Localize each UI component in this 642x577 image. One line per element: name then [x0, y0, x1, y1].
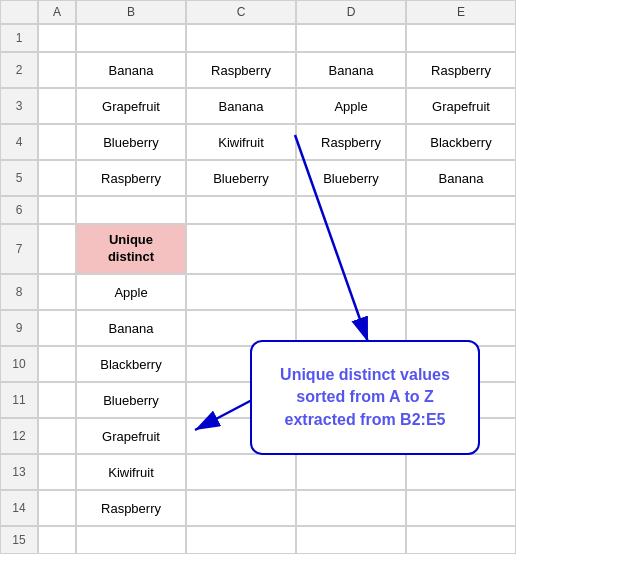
row-3: 3 Grapefruit Banana Apple Grapefruit: [0, 88, 642, 124]
cell-d11[interactable]: [296, 382, 406, 418]
cell-b7[interactable]: Uniquedistinct: [76, 224, 186, 274]
cell-a1[interactable]: [38, 24, 76, 52]
cell-b14[interactable]: Raspberry: [76, 490, 186, 526]
cell-d9[interactable]: [296, 310, 406, 346]
cell-a10[interactable]: [38, 346, 76, 382]
cell-c11[interactable]: [186, 382, 296, 418]
col-header-e: E: [406, 0, 516, 24]
cell-e11[interactable]: [406, 382, 516, 418]
spreadsheet: A B C D E 1 2 Banana Raspberry Banana Ra…: [0, 0, 642, 577]
cell-d3[interactable]: Apple: [296, 88, 406, 124]
cell-b8[interactable]: Apple: [76, 274, 186, 310]
col-header-row: A B C D E: [0, 0, 642, 24]
cell-d8[interactable]: [296, 274, 406, 310]
cell-e5[interactable]: Banana: [406, 160, 516, 196]
cell-c10[interactable]: [186, 346, 296, 382]
row-11: 11 Blueberry: [0, 382, 642, 418]
cell-b12[interactable]: Grapefruit: [76, 418, 186, 454]
cell-a6[interactable]: [38, 196, 76, 224]
cell-e2[interactable]: Raspberry: [406, 52, 516, 88]
cell-a13[interactable]: [38, 454, 76, 490]
cell-c6[interactable]: [186, 196, 296, 224]
cell-a12[interactable]: [38, 418, 76, 454]
cell-a8[interactable]: [38, 274, 76, 310]
row-header-15: 15: [0, 526, 38, 554]
cell-c3[interactable]: Banana: [186, 88, 296, 124]
row-15: 15: [0, 526, 642, 554]
cell-a2[interactable]: [38, 52, 76, 88]
cell-d1[interactable]: [296, 24, 406, 52]
cell-d5[interactable]: Blueberry: [296, 160, 406, 196]
row-header-10: 10: [0, 346, 38, 382]
cell-b6[interactable]: [76, 196, 186, 224]
row-5: 5 Raspberry Blueberry Blueberry Banana: [0, 160, 642, 196]
cell-c15[interactable]: [186, 526, 296, 554]
cell-d4[interactable]: Raspberry: [296, 124, 406, 160]
cell-a15[interactable]: [38, 526, 76, 554]
cell-a11[interactable]: [38, 382, 76, 418]
corner-cell: [0, 0, 38, 24]
cell-c14[interactable]: [186, 490, 296, 526]
cell-a7[interactable]: [38, 224, 76, 274]
row-header-9: 9: [0, 310, 38, 346]
col-header-b: B: [76, 0, 186, 24]
row-14: 14 Raspberry: [0, 490, 642, 526]
row-header-2: 2: [0, 52, 38, 88]
cell-c13[interactable]: [186, 454, 296, 490]
cell-c5[interactable]: Blueberry: [186, 160, 296, 196]
cell-e9[interactable]: [406, 310, 516, 346]
row-1: 1: [0, 24, 642, 52]
cell-c8[interactable]: [186, 274, 296, 310]
cell-d14[interactable]: [296, 490, 406, 526]
cell-a4[interactable]: [38, 124, 76, 160]
row-header-1: 1: [0, 24, 38, 52]
cell-b11[interactable]: Blueberry: [76, 382, 186, 418]
cell-b5[interactable]: Raspberry: [76, 160, 186, 196]
cell-a9[interactable]: [38, 310, 76, 346]
cell-d15[interactable]: [296, 526, 406, 554]
row-2: 2 Banana Raspberry Banana Raspberry: [0, 52, 642, 88]
cell-a14[interactable]: [38, 490, 76, 526]
col-header-d: D: [296, 0, 406, 24]
cell-c1[interactable]: [186, 24, 296, 52]
cell-e7[interactable]: [406, 224, 516, 274]
cell-e13[interactable]: [406, 454, 516, 490]
cell-e4[interactable]: Blackberry: [406, 124, 516, 160]
cell-b1[interactable]: [76, 24, 186, 52]
cell-a3[interactable]: [38, 88, 76, 124]
cell-c2[interactable]: Raspberry: [186, 52, 296, 88]
cell-e3[interactable]: Grapefruit: [406, 88, 516, 124]
row-4: 4 Blueberry Kiwifruit Raspberry Blackber…: [0, 124, 642, 160]
cell-e8[interactable]: [406, 274, 516, 310]
cell-d7[interactable]: [296, 224, 406, 274]
cell-b15[interactable]: [76, 526, 186, 554]
cell-a5[interactable]: [38, 160, 76, 196]
cell-e14[interactable]: [406, 490, 516, 526]
cell-d13[interactable]: [296, 454, 406, 490]
cell-e12[interactable]: [406, 418, 516, 454]
cell-e15[interactable]: [406, 526, 516, 554]
cell-c4[interactable]: Kiwifruit: [186, 124, 296, 160]
cell-e10[interactable]: [406, 346, 516, 382]
row-header-8: 8: [0, 274, 38, 310]
cell-d2[interactable]: Banana: [296, 52, 406, 88]
cell-e6[interactable]: [406, 196, 516, 224]
cell-b10[interactable]: Blackberry: [76, 346, 186, 382]
row-10: 10 Blackberry: [0, 346, 642, 382]
cell-d10[interactable]: [296, 346, 406, 382]
row-header-5: 5: [0, 160, 38, 196]
cell-b13[interactable]: Kiwifruit: [76, 454, 186, 490]
row-9: 9 Banana: [0, 310, 642, 346]
cell-b4[interactable]: Blueberry: [76, 124, 186, 160]
cell-b9[interactable]: Banana: [76, 310, 186, 346]
cell-e1[interactable]: [406, 24, 516, 52]
row-header-6: 6: [0, 196, 38, 224]
row-header-13: 13: [0, 454, 38, 490]
cell-d12[interactable]: [296, 418, 406, 454]
cell-d6[interactable]: [296, 196, 406, 224]
cell-b2[interactable]: Banana: [76, 52, 186, 88]
cell-c12[interactable]: [186, 418, 296, 454]
cell-c9[interactable]: [186, 310, 296, 346]
cell-b3[interactable]: Grapefruit: [76, 88, 186, 124]
cell-c7[interactable]: [186, 224, 296, 274]
